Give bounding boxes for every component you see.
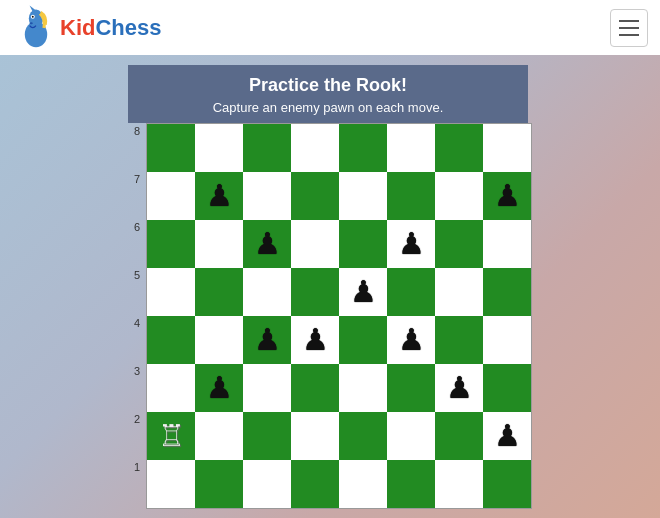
cell-r7c6[interactable]	[387, 172, 435, 220]
cell-r5c3[interactable]	[243, 268, 291, 316]
piece-black-pawn-r7c2: ♟	[206, 181, 233, 211]
cell-r4c8[interactable]	[483, 316, 531, 364]
cell-r6c6[interactable]: ♟	[387, 220, 435, 268]
cell-r7c2[interactable]: ♟	[195, 172, 243, 220]
cell-r4c2[interactable]	[195, 316, 243, 364]
rank-label-1: 1	[128, 459, 146, 507]
logo-kid: Kid	[60, 15, 95, 40]
cell-r7c3[interactable]	[243, 172, 291, 220]
board-container: Practice the Rook! Capture an enemy pawn…	[128, 65, 532, 509]
cell-r1c3[interactable]	[243, 460, 291, 508]
hamburger-line-2	[619, 27, 639, 29]
cell-r8c5[interactable]	[339, 124, 387, 172]
board-wrapper: 87654321 ♟♟♟♟♟♟♟♟♟♟♖♟	[128, 123, 532, 509]
cell-r8c2[interactable]	[195, 124, 243, 172]
cell-r2c8[interactable]: ♟	[483, 412, 531, 460]
cell-r3c3[interactable]	[243, 364, 291, 412]
rank-label-4: 4	[128, 315, 146, 363]
cell-r8c1[interactable]	[147, 124, 195, 172]
rank-label-2: 2	[128, 411, 146, 459]
cell-r8c4[interactable]	[291, 124, 339, 172]
piece-black-pawn-r6c6: ♟	[398, 229, 425, 259]
cell-r7c4[interactable]	[291, 172, 339, 220]
rank-label-7: 7	[128, 171, 146, 219]
cell-r1c2[interactable]	[195, 460, 243, 508]
rank-label-5: 5	[128, 267, 146, 315]
cell-r2c6[interactable]	[387, 412, 435, 460]
cell-r2c1[interactable]: ♖	[147, 412, 195, 460]
cell-r2c7[interactable]	[435, 412, 483, 460]
cell-r6c4[interactable]	[291, 220, 339, 268]
cell-r8c3[interactable]	[243, 124, 291, 172]
cell-r7c1[interactable]	[147, 172, 195, 220]
piece-black-pawn-r2c8: ♟	[494, 421, 521, 451]
rank-label-8: 8	[128, 123, 146, 171]
cell-r8c7[interactable]	[435, 124, 483, 172]
cell-r4c6[interactable]: ♟	[387, 316, 435, 364]
cell-r5c1[interactable]	[147, 268, 195, 316]
rank-label-6: 6	[128, 219, 146, 267]
cell-r3c5[interactable]	[339, 364, 387, 412]
cell-r1c6[interactable]	[387, 460, 435, 508]
chess-board[interactable]: ♟♟♟♟♟♟♟♟♟♟♖♟	[146, 123, 532, 509]
cell-r7c8[interactable]: ♟	[483, 172, 531, 220]
cell-r8c8[interactable]	[483, 124, 531, 172]
cell-r4c1[interactable]	[147, 316, 195, 364]
cell-r3c7[interactable]: ♟	[435, 364, 483, 412]
cell-r2c2[interactable]	[195, 412, 243, 460]
cell-r6c2[interactable]	[195, 220, 243, 268]
cell-r5c7[interactable]	[435, 268, 483, 316]
cell-r1c7[interactable]	[435, 460, 483, 508]
cell-r2c5[interactable]	[339, 412, 387, 460]
cell-r6c1[interactable]	[147, 220, 195, 268]
cell-r5c5[interactable]: ♟	[339, 268, 387, 316]
piece-black-pawn-r7c8: ♟	[494, 181, 521, 211]
header: KidChess	[0, 0, 660, 55]
cell-r6c8[interactable]	[483, 220, 531, 268]
cell-r4c4[interactable]: ♟	[291, 316, 339, 364]
cell-r7c5[interactable]	[339, 172, 387, 220]
cell-r3c2[interactable]: ♟	[195, 364, 243, 412]
logo-chess-text: Chess	[95, 15, 161, 40]
rank-label-3: 3	[128, 363, 146, 411]
cell-r6c5[interactable]	[339, 220, 387, 268]
banner-heading: Practice the Rook!	[148, 75, 508, 96]
hamburger-line-3	[619, 34, 639, 36]
piece-black-pawn-r6c3: ♟	[254, 229, 281, 259]
banner-subtext: Capture an enemy pawn on each move.	[148, 100, 508, 115]
cell-r5c4[interactable]	[291, 268, 339, 316]
logo-horse-icon	[12, 4, 60, 52]
cell-r2c3[interactable]	[243, 412, 291, 460]
cell-r5c2[interactable]	[195, 268, 243, 316]
cell-r4c5[interactable]	[339, 316, 387, 364]
hamburger-line-1	[619, 20, 639, 22]
cell-r6c3[interactable]: ♟	[243, 220, 291, 268]
cell-r1c4[interactable]	[291, 460, 339, 508]
title-banner: Practice the Rook! Capture an enemy pawn…	[128, 65, 528, 123]
cell-r2c4[interactable]	[291, 412, 339, 460]
piece-black-pawn-r3c7: ♟	[446, 373, 473, 403]
hamburger-button[interactable]	[610, 9, 648, 47]
cell-r5c8[interactable]	[483, 268, 531, 316]
rank-labels: 87654321	[128, 123, 146, 507]
cell-r5c6[interactable]	[387, 268, 435, 316]
piece-white-rook-r2c1: ♖	[158, 421, 185, 451]
piece-black-pawn-r5c5: ♟	[350, 277, 377, 307]
cell-r8c6[interactable]	[387, 124, 435, 172]
piece-black-pawn-r4c4: ♟	[302, 325, 329, 355]
cell-r1c8[interactable]	[483, 460, 531, 508]
cell-r1c1[interactable]	[147, 460, 195, 508]
cell-r3c8[interactable]	[483, 364, 531, 412]
cell-r3c6[interactable]	[387, 364, 435, 412]
piece-black-pawn-r3c2: ♟	[206, 373, 233, 403]
cell-r6c7[interactable]	[435, 220, 483, 268]
cell-r1c5[interactable]	[339, 460, 387, 508]
cell-r7c7[interactable]	[435, 172, 483, 220]
cell-r4c7[interactable]	[435, 316, 483, 364]
cell-r3c4[interactable]	[291, 364, 339, 412]
cell-r4c3[interactable]: ♟	[243, 316, 291, 364]
logo-text: KidChess	[60, 15, 162, 41]
svg-point-4	[32, 15, 34, 17]
cell-r3c1[interactable]	[147, 364, 195, 412]
logo: KidChess	[12, 4, 162, 52]
